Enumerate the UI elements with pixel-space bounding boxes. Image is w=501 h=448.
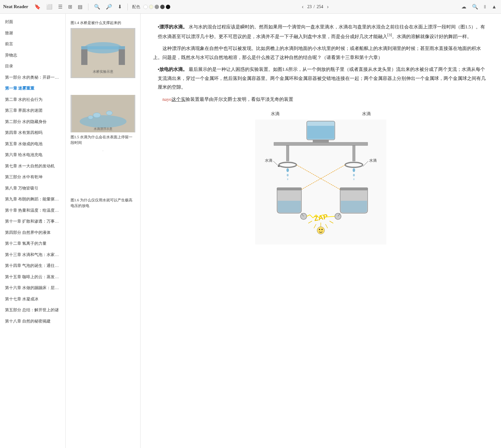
sidebar-item-part2[interactable]: 第二部分 水的隐藏身份 <box>0 116 65 127</box>
para1-text: 水与水的混合过程应该是瞬时的。然而如果用一个滴管向一盘水里滴水，水滴在与盘里的水… <box>158 24 485 39</box>
color-dots <box>143 5 170 9</box>
toolbar: Neat Reader 🔖 ⬜ ☰ ⊞ ▤ 🔍 🔎 ⬇ 配色 ‹ 23 / 25… <box>0 0 501 14</box>
sidebar-item-ch7[interactable]: 第七章 水一大自然的发动机 <box>0 160 65 172</box>
dot-gray[interactable] <box>155 5 159 9</box>
grid-icon[interactable]: ⊞ <box>67 2 73 11</box>
main-area: 封面致谢前言异物志目录第一部分 水的奥秘：开辟一条道路第一章 迷雾重重第二章 水… <box>0 14 501 448</box>
sidebar-item-part4[interactable]: 第四部分 自然界中的液体 <box>0 227 65 238</box>
dot-white1[interactable] <box>143 5 148 9</box>
para3-bold-prefix: •放电的水滴。 <box>158 67 187 72</box>
sidebar-item-toc[interactable]: 目录 <box>0 61 65 72</box>
sidebar-item-thanks[interactable]: 致谢 <box>0 27 65 39</box>
kelvin-dropper-diagram: ZAP <box>255 120 386 244</box>
para-inventor: nayo这个实验装置最早由开尔文爵士发明，看似平淡无奇的装置 <box>153 95 489 104</box>
para1-bold-prefix: •漂浮的水滴。 <box>158 24 187 29</box>
sidebar-item-part1[interactable]: 第一部分 水的奥秘：开辟一条道路 <box>0 72 65 83</box>
svg-point-7 <box>80 115 126 128</box>
sidebar-item-ch1[interactable]: 第一章 迷雾重重 <box>0 83 65 94</box>
user-icon[interactable]: ▲ <box>490 3 498 11</box>
sidebar-item-ch14[interactable]: 第十四章 气泡的诞生：通往成熟之路 <box>0 260 65 271</box>
cloud-icon[interactable]: ☁ <box>460 2 468 11</box>
diagram-area: 水滴 水滴 <box>153 110 489 244</box>
fig2-image: 水滴漂浮示意 <box>71 95 135 132</box>
para-floating-natural: 这种漂浮的水滴现象在自然中也可以被发现。比如房檐上的水滴到地面的小水坑里的时候；… <box>153 44 489 62</box>
list-icon[interactable]: ▤ <box>77 2 84 11</box>
total-pages: 254 <box>317 4 323 9</box>
dot-white2[interactable] <box>149 5 153 9</box>
underline-zhege: 这个实 <box>171 97 186 102</box>
menu-icon[interactable]: ☰ <box>57 2 64 11</box>
current-page: 23 <box>307 4 312 9</box>
sidebar-item-ch16[interactable]: 第十六章 水做的蹦蹦床：层叠的水面 <box>0 282 65 293</box>
svg-point-9 <box>106 111 112 115</box>
svg-rect-16 <box>274 142 368 145</box>
fig3-caption: 图1.6 为什么仅仅用水就可以产生极高电压的放电 <box>71 197 135 209</box>
sidebar-item-ch13[interactable]: 第十三章 水滴和气泡：水家族中的两... <box>0 249 65 260</box>
svg-point-49 <box>319 229 320 230</box>
search-icon[interactable]: 🔍 <box>93 2 102 11</box>
sidebar-item-part5[interactable]: 第五部分 总结：解开世上的谜 <box>0 304 65 316</box>
right-reading-panel[interactable]: •漂浮的水滴。 水与水的混合过程应该是瞬时的。然而如果用一个滴管向一盘水里滴水，… <box>141 14 501 448</box>
sidebar-item-ch5[interactable]: 第五章 水做成的电池 <box>0 138 65 150</box>
bookmark-icon[interactable]: 🔖 <box>33 2 42 11</box>
svg-text:水滴: 水滴 <box>369 158 377 163</box>
svg-rect-15 <box>307 126 334 139</box>
sidebar-item-ch15[interactable]: 第十五章 咖啡上的云：蒸发的非凡本质 <box>0 271 65 283</box>
para-floating-drops: •漂浮的水滴。 水与水的混合过程应该是瞬时的。然而如果用一个滴管向一盘水里滴水，… <box>153 22 489 41</box>
svg-rect-18 <box>353 145 355 161</box>
sidebar-item-ch3[interactable]: 第三章 界面水的迷团 <box>0 105 65 116</box>
svg-text:水桥实验示意: 水桥实验示意 <box>93 70 113 73</box>
svg-point-23 <box>287 178 288 180</box>
sidebar-item-part3[interactable]: 第三部分 水中有乾坤 <box>0 171 65 183</box>
columns-icon[interactable]: ⫴ <box>483 3 487 11</box>
highlight-nayo: nayo <box>162 97 171 102</box>
fig1-caption: 图1.4 水桥是被什么支撑起来的 <box>71 20 135 26</box>
sidebar-item-preface[interactable]: 前言 <box>0 38 65 50</box>
sidebar-item-ch17[interactable]: 第十七章 水凝成冰 <box>0 293 65 305</box>
page-navigation: ‹ 23 / 254 › <box>300 3 331 10</box>
sidebar-item-ch4[interactable]: 第四章 水有第四相吗 <box>0 127 65 138</box>
dot-black[interactable] <box>166 5 170 9</box>
svg-point-22 <box>287 174 289 176</box>
para-electric-drops: •放电的水滴。 最后展示的是一种让人困惑的实验装置。如图1.6所示，从一个倒放的… <box>153 65 489 92</box>
divider1 <box>88 3 88 10</box>
svg-rect-4 <box>81 46 125 49</box>
para3-text: 最后展示的是一种让人困惑的实验装置。如图1.6所示，从一个倒放的瓶子里（或者直接… <box>158 67 486 90</box>
diagram-labels: 水滴 水滴 <box>271 110 371 118</box>
sidebar-item-ch10[interactable]: 第十章 热量和温度：给温度照上一束光 <box>0 205 65 216</box>
sidebar-item-curiosity[interactable]: 异物志 <box>0 50 65 61</box>
sidebar-item-ch6[interactable]: 第六章 给水电池充电 <box>0 149 65 160</box>
sidebar-item-cover[interactable]: 封面 <box>0 16 65 27</box>
svg-rect-28 <box>340 188 368 190</box>
sidebar: 封面致谢前言异物志目录第一部分 水的奥秘：开辟一条道路第一章 迷雾重重第二章 水… <box>0 14 66 448</box>
svg-rect-17 <box>286 145 289 161</box>
sidebar-item-ch8[interactable]: 第八章 万物皆吸引 <box>0 183 65 194</box>
fig2-caption: 图1.5 水滴为什么会在水表面上停留一段时间 <box>71 134 135 145</box>
fig1-image: 水桥实验示意 <box>71 28 135 78</box>
sidebar-item-ch18[interactable]: 第十八章 自然的秘密揭建 <box>0 316 65 327</box>
para4-text: 验装置最早由开尔文爵士发明，看似平淡无奇的装置 <box>186 97 293 102</box>
svg-point-8 <box>93 113 101 118</box>
svg-text:水滴: 水滴 <box>265 158 272 163</box>
dot-dark[interactable] <box>160 5 165 9</box>
sidebar-item-ch12[interactable]: 第十二章 氢离子的力量 <box>0 238 65 249</box>
left-figure-panel: 图1.4 水桥是被什么支撑起来的 水桥实验示意 <box>66 14 141 448</box>
svg-point-26 <box>353 178 355 180</box>
sidebar-item-ch11[interactable]: 第十一章 扩散和渗透：万事皆有因 <box>0 216 65 227</box>
svg-point-10 <box>88 116 93 119</box>
sidebar-item-ch2[interactable]: 第二章 水的社会行为 <box>0 94 65 105</box>
sidebar-item-ch9[interactable]: 第九章 布朗的舞蹈：能量驱使的运动 <box>0 194 65 205</box>
content-area: 图1.4 水桥是被什么支撑起来的 水桥实验示意 <box>66 14 501 448</box>
copy-icon[interactable]: ⬜ <box>45 2 54 11</box>
app-title: Neat Reader <box>3 4 28 9</box>
svg-point-24 <box>353 168 355 172</box>
prev-page-button[interactable]: ‹ <box>300 3 305 10</box>
svg-point-50 <box>321 229 323 230</box>
download-icon[interactable]: ⬇ <box>117 2 123 11</box>
divider2 <box>127 3 128 10</box>
search2-icon[interactable]: 🔎 <box>105 2 113 11</box>
next-page-button[interactable]: › <box>325 3 330 10</box>
dot-placeholder: · <box>71 149 135 158</box>
svg-point-21 <box>286 168 289 172</box>
search-right-icon[interactable]: 🔍 <box>471 2 479 11</box>
